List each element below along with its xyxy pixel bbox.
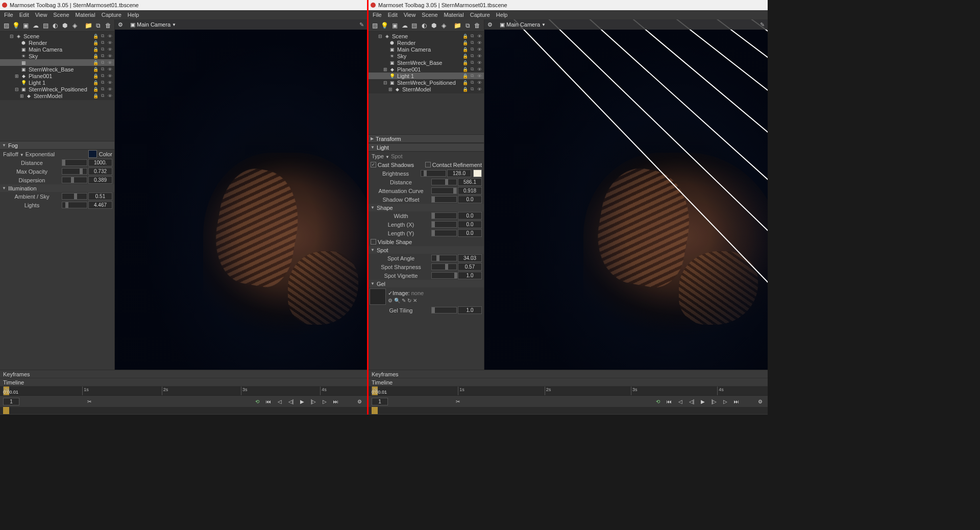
timeline-track[interactable] — [369, 407, 768, 414]
menu-edit[interactable]: Edit — [16, 12, 32, 18]
spot-vig-slider[interactable] — [431, 272, 457, 279]
tree-item[interactable]: ⊞◆Plane001🔒⧉👁 — [0, 73, 114, 79]
duplicate-icon[interactable]: ⧉ — [463, 21, 472, 30]
step-fwd-icon[interactable]: ▷ — [320, 397, 329, 405]
tree-item[interactable]: ▣SternWreck_Base🔒⧉👁 — [369, 59, 484, 66]
ambient-slider[interactable] — [62, 193, 87, 200]
add-light-icon[interactable]: 💡 — [12, 21, 20, 30]
tree-item[interactable]: ⊟▣SternWreck_Positioned🔒⧉👁 — [369, 79, 484, 86]
folder-icon[interactable]: 📁 — [84, 21, 93, 30]
add-object-icon[interactable]: ▨ — [2, 21, 11, 30]
tree-item[interactable]: ▣Main Camera🔒⧉👁 — [0, 46, 114, 53]
loop-icon[interactable]: ⟲ — [653, 397, 663, 405]
tree-item[interactable]: ⊟▣SternWreck_Positioned🔒⧉👁 — [0, 86, 114, 92]
tree-item[interactable]: ☀Sky🔒⧉👁 — [0, 53, 114, 59]
delete-icon[interactable]: 🗑 — [473, 21, 482, 30]
cut-icon[interactable]: ✂ — [85, 397, 94, 405]
ambient-value[interactable]: 0.51 — [88, 192, 112, 200]
menu-capture[interactable]: Capture — [99, 12, 125, 18]
cut-icon[interactable]: ✂ — [453, 397, 462, 405]
add-group-icon[interactable]: ◈ — [70, 21, 79, 30]
menu-file[interactable]: File — [370, 12, 385, 18]
lights-value[interactable]: 4.467 — [88, 201, 112, 209]
spot-sharp-slider[interactable] — [431, 263, 457, 270]
loop-icon[interactable]: ⟲ — [253, 397, 262, 405]
tree-item[interactable]: ⊟◈Scene🔒⧉👁 — [369, 33, 484, 39]
fog-opacity-slider[interactable] — [62, 168, 87, 175]
add-sky-icon[interactable]: ☁ — [400, 21, 409, 30]
tree-item[interactable]: ⬢Render🔒⧉👁 — [0, 39, 114, 46]
gear-icon[interactable]: ⚙ — [388, 298, 393, 303]
goto-end-icon[interactable]: ⏭ — [331, 397, 340, 405]
add-camera-icon[interactable]: ▣ — [390, 21, 399, 30]
gel-thumbnail[interactable] — [370, 288, 386, 305]
scene-tree[interactable]: ⊟◈Scene🔒⧉👁⬢Render🔒⧉👁▣Main Camera🔒⧉👁☀Sky🔒… — [369, 32, 484, 93]
fog-dispersion-value[interactable]: 0.389 — [88, 176, 112, 184]
tree-item[interactable]: ▦🔒⧉👁 — [0, 59, 114, 66]
brush-icon[interactable]: ✎ — [359, 21, 364, 28]
menu-material[interactable]: Material — [72, 12, 99, 18]
fog-opacity-value[interactable]: 0.732 — [88, 167, 112, 175]
prev-key-icon[interactable]: ◁| — [286, 397, 296, 405]
add-light-icon[interactable]: 💡 — [380, 21, 389, 30]
menu-capture[interactable]: Capture — [467, 12, 493, 18]
settings-icon[interactable]: ⚙ — [755, 397, 765, 405]
next-key-icon[interactable]: |▷ — [709, 397, 719, 405]
tree-item[interactable]: ▣SternWreck_Base🔒⧉👁 — [0, 66, 114, 73]
lights-slider[interactable] — [62, 202, 87, 208]
add-fog-icon[interactable]: ▤ — [41, 21, 50, 30]
add-group-icon[interactable]: ◈ — [439, 21, 448, 30]
fog-panel-header[interactable]: ▼Fog — [0, 141, 114, 150]
light-color-swatch[interactable] — [473, 170, 482, 177]
tree-item[interactable]: ☀Sky🔒⧉👁 — [369, 53, 484, 59]
goto-end-icon[interactable]: ⏭ — [732, 397, 741, 405]
add-object-icon[interactable]: ▨ — [371, 21, 379, 30]
add-mesh-icon[interactable]: ⬢ — [430, 21, 438, 30]
width-slider[interactable] — [431, 212, 457, 219]
spot-angle-slider[interactable] — [431, 255, 457, 261]
menu-view[interactable]: View — [32, 12, 51, 18]
folder-icon[interactable]: 📁 — [453, 21, 462, 30]
shadow-offset-slider[interactable] — [431, 196, 457, 203]
tree-item[interactable]: ⊞◆Plane001🔒⧉👁 — [369, 66, 484, 73]
gel-image-checkbox[interactable]: ✓ — [388, 290, 393, 297]
goto-start-icon[interactable]: ⏮ — [665, 397, 674, 405]
illumination-header[interactable]: ▼Illumination — [0, 184, 114, 192]
add-mesh-icon[interactable]: ⬢ — [61, 21, 69, 30]
timeline-row[interactable]: Timeline — [0, 378, 367, 387]
camera-dropdown[interactable]: ▣ Main Camera ▼ — [130, 21, 176, 28]
search-icon[interactable]: 🔍 — [394, 298, 400, 303]
light-distance-slider[interactable] — [431, 179, 457, 185]
gear-icon[interactable]: ⚙ — [487, 21, 493, 28]
keyframes-row[interactable]: Keyframes — [0, 370, 367, 378]
gear-icon[interactable]: ⚙ — [118, 21, 123, 28]
duplicate-icon[interactable]: ⧉ — [94, 21, 103, 30]
add-camera-icon[interactable]: ▣ — [21, 21, 30, 30]
transform-header[interactable]: ▶Transform — [369, 134, 484, 143]
length-x-slider[interactable] — [431, 221, 457, 228]
menu-help[interactable]: Help — [125, 12, 142, 18]
gel-header[interactable]: ▼Gel — [369, 280, 484, 287]
atten-slider[interactable] — [431, 187, 457, 194]
keyframes-row[interactable]: Keyframes — [369, 370, 768, 378]
goto-start-icon[interactable]: ⏮ — [264, 397, 273, 405]
tree-item[interactable]: ⊟◈Scene🔒⧉👁 — [0, 33, 114, 39]
timeline-track[interactable] — [0, 407, 367, 414]
cast-shadows-checkbox[interactable]: ✓ — [371, 162, 376, 167]
viewport[interactable]: ⚙ ▣ Main Camera ▼ ✎ — [115, 19, 367, 370]
timeline-ruler[interactable]: 0:00.01 0s1s2s3s4s — [369, 387, 768, 396]
tree-item[interactable]: ⊞◆SternModel🔒⧉👁 — [0, 92, 114, 99]
visible-shape-checkbox[interactable] — [371, 239, 376, 245]
spot-header[interactable]: ▼Spot — [369, 246, 484, 254]
menu-material[interactable]: Material — [441, 12, 467, 18]
shape-header[interactable]: ▼Shape — [369, 204, 484, 211]
clear-icon[interactable]: ✕ — [413, 298, 417, 303]
frame-number[interactable]: 1 — [372, 398, 388, 405]
settings-icon[interactable]: ⚙ — [355, 397, 364, 405]
brightness-slider[interactable] — [421, 170, 446, 177]
menu-scene[interactable]: Scene — [419, 12, 440, 18]
add-sky-icon[interactable]: ☁ — [31, 21, 40, 30]
viewport[interactable]: ⚙ ▣ Main Camera ▼ ✎ — [484, 19, 768, 370]
light-type-value[interactable]: Spot — [391, 153, 403, 159]
refresh-icon[interactable]: ↻ — [407, 298, 411, 303]
